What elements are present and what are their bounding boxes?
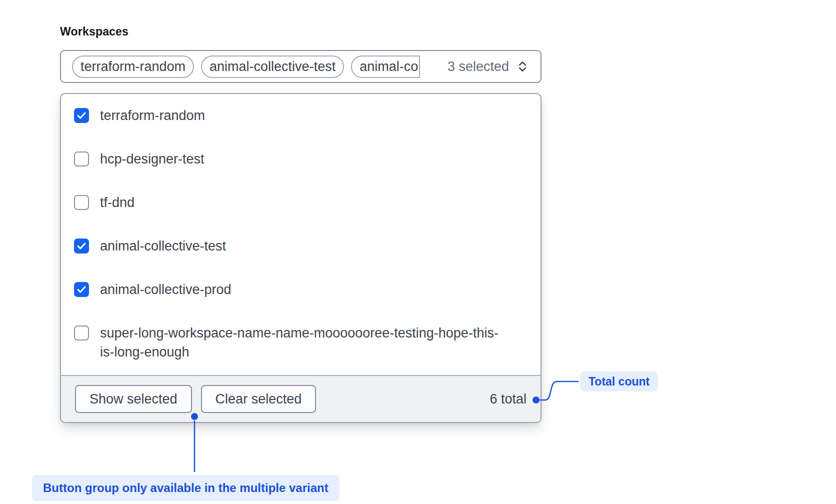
check-icon (76, 284, 87, 295)
option-row[interactable]: terraform-random (74, 106, 528, 125)
selected-tag: terraform-random (72, 56, 194, 78)
selected-tag-clipped: animal-collective-prod (351, 56, 420, 78)
option-row[interactable]: animal-collective-prod (74, 280, 528, 299)
toggle-count-area: 3 selected (442, 59, 530, 74)
annotation-line-total-count (540, 382, 578, 400)
total-count-text: 6 total (490, 392, 526, 407)
multiselect-demo-page: Workspaces terraform-random animal-colle… (0, 0, 836, 504)
option-list: terraform-random hcp-designer-test tf-dn… (61, 94, 540, 386)
option-label: super-long-workspace-name-name-moooooore… (100, 324, 500, 362)
annotation-total-count: Total count (580, 372, 658, 392)
option-row[interactable]: hcp-designer-test (74, 150, 528, 168)
option-label: animal-collective-test (100, 236, 226, 256)
checkbox[interactable] (74, 282, 89, 297)
option-label: animal-collective-prod (100, 280, 232, 299)
annotation-button-group: Button group only available in the multi… (32, 475, 340, 501)
option-label: hcp-designer-test (100, 150, 204, 168)
unfold-more-icon (516, 60, 530, 74)
selected-tags: terraform-random animal-collective-test … (72, 56, 442, 78)
clear-selected-button[interactable]: Clear selected (201, 385, 316, 413)
option-row[interactable]: tf-dnd (74, 193, 528, 212)
check-icon (76, 110, 87, 121)
multiselect-listbox: terraform-random hcp-designer-test tf-dn… (60, 93, 542, 423)
checkbox[interactable] (74, 238, 89, 254)
show-selected-button[interactable]: Show selected (75, 385, 192, 413)
option-row[interactable]: super-long-workspace-name-name-moooooore… (74, 324, 528, 362)
selected-tag: animal-collective-test (201, 56, 344, 78)
field-label: Workspaces (60, 25, 128, 38)
checkbox[interactable] (74, 152, 89, 166)
check-icon (76, 240, 87, 252)
option-row[interactable]: animal-collective-test (74, 236, 528, 256)
checkbox[interactable] (74, 195, 89, 210)
multiselect-toggle[interactable]: terraform-random animal-collective-test … (60, 50, 542, 83)
option-label: tf-dnd (100, 193, 134, 212)
checkbox[interactable] (74, 326, 89, 340)
listbox-footer: Show selected Clear selected 6 total (61, 375, 540, 422)
checkbox[interactable] (74, 108, 89, 123)
option-label: terraform-random (100, 106, 205, 125)
selected-count-text: 3 selected (448, 59, 509, 74)
